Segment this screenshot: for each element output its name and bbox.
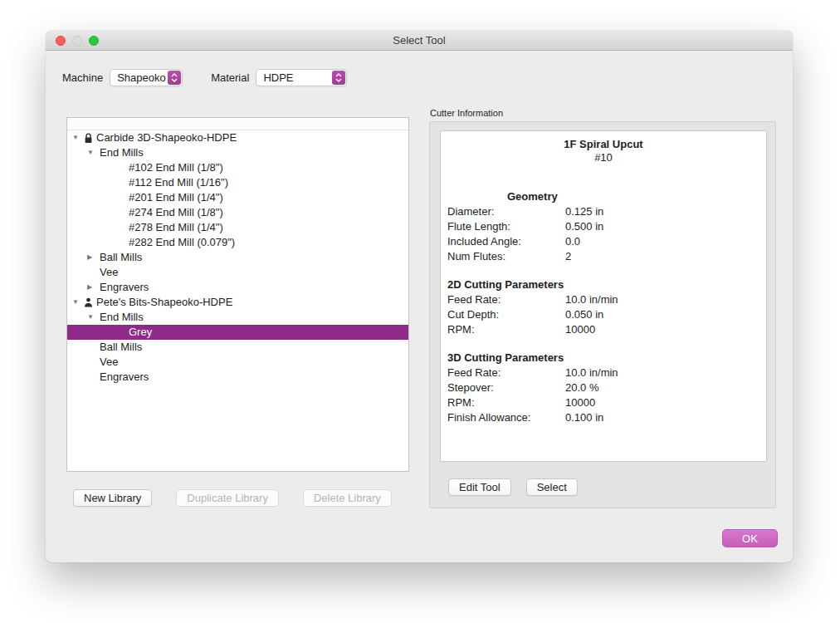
machine-label: Machine [62,71,103,84]
machine-material-row: Machine Shapeoko Material HDPE [62,69,375,86]
param-label: Feed Rate: [447,292,565,307]
library-buttons-row: New LibraryDuplicate LibraryDelete Libra… [73,489,392,507]
param-value: 2 [565,249,571,264]
material-dropdown[interactable]: HDPE [256,69,347,86]
tree-item-label: Ball Mills [99,250,142,265]
tree-item-278-end-mill-1-4[interactable]: #278 End Mill (1/4") [67,220,408,235]
tree-item-engravers[interactable]: ▶Engravers [67,280,408,295]
tree-item-label: End Mills [99,310,144,325]
tree-item-pete-s-bits-shapeoko-hdpe[interactable]: ▼Pete's Bits-Shapeoko-HDPE [67,295,408,310]
param-row-feed-rate: Feed Rate:10.0 in/min [447,365,759,380]
param-label: Num Flutes: [447,249,565,264]
tree-item-label: Engravers [99,280,149,295]
tree-item-label: Carbide 3D-Shapeoko-HDPE [95,130,237,145]
tree-header [67,118,408,130]
tree-item-label: Grey [128,325,152,340]
section-heading-geometry: Geometry [507,189,759,204]
new-library-button[interactable]: New Library [73,489,152,507]
param-label: RPM: [447,395,565,410]
tool-number: #10 [447,151,759,164]
tree-item-label: Pete's Bits-Shapeoko-HDPE [95,295,232,310]
param-label: Flute Length: [447,219,565,234]
delete-library-button: Delete Library [303,489,392,507]
param-label: Included Angle: [447,234,565,249]
cutter-detail-box: 1F Spiral Upcut #10 GeometryDiameter:0.1… [440,130,767,462]
tree-item-102-end-mill-1-8[interactable]: #102 End Mill (1/8") [67,160,408,175]
param-value: 0.100 in [565,410,603,425]
disclosure-open-icon[interactable]: ▼ [72,295,84,310]
param-label: RPM: [447,322,565,337]
tree-item-vee[interactable]: Vee [67,265,408,280]
param-value: 20.0 % [565,380,598,395]
cutter-information-panel: 1F Spiral Upcut #10 GeometryDiameter:0.1… [429,121,776,508]
param-row-flute-length: Flute Length:0.500 in [447,219,759,234]
param-value: 10.0 in/min [565,292,618,307]
tree-item-label: #112 End Mill (1/16") [128,175,228,190]
tree-item-112-end-mill-1-16[interactable]: #112 End Mill (1/16") [67,175,408,190]
tree-item-engravers[interactable]: Engravers [67,370,408,385]
tree-item-label: #278 End Mill (1/4") [128,220,223,235]
section-heading-2d-cutting-parameters: 2D Cutting Parameters [447,277,759,292]
chevron-up-down-icon [168,71,181,85]
select-button[interactable]: Select [526,478,578,496]
tree-item-end-mills[interactable]: ▼End Mills [67,145,408,160]
disclosure-open-icon[interactable]: ▼ [87,145,99,160]
tree-item-carbide-3d-shapeoko-hdpe[interactable]: ▼Carbide 3D-Shapeoko-HDPE [67,130,408,145]
chevron-up-down-icon [332,71,345,85]
param-row-num-flutes: Num Flutes:2 [447,249,759,264]
param-label: Stepover: [447,380,565,395]
param-row-finish-allowance: Finish Allowance:0.100 in [447,410,759,425]
disclosure-open-icon[interactable]: ▼ [72,130,84,145]
disclosure-closed-icon[interactable]: ▶ [87,250,99,265]
title-bar[interactable]: Select Tool [46,31,793,51]
param-value: 0.125 in [565,204,603,219]
param-label: Cut Depth: [447,307,565,322]
tree-item-ball-mills[interactable]: ▶Ball Mills [67,250,408,265]
machine-dropdown-value: Shapeoko [117,71,166,84]
lock-icon [84,133,95,144]
tree-item-label: #282 End Mill (0.079") [128,235,235,250]
duplicate-library-button: Duplicate Library [176,489,279,507]
person-icon [84,297,95,307]
cutter-information-label: Cutter Information [430,108,503,118]
param-row-rpm: RPM:10000 [447,395,759,410]
param-label: Finish Allowance: [447,410,565,425]
window-title: Select Tool [46,31,793,51]
tree-item-274-end-mill-1-8[interactable]: #274 End Mill (1/8") [67,205,408,220]
material-dropdown-value: HDPE [263,71,293,84]
select-tool-dialog: Select Tool Machine Shapeoko Material HD… [46,31,793,562]
tree-item-201-end-mill-1-4[interactable]: #201 End Mill (1/4") [67,190,408,205]
param-row-cut-depth: Cut Depth:0.050 in [447,307,759,322]
tree-item-grey[interactable]: Grey [67,325,408,340]
param-value: 0.500 in [565,219,603,234]
tool-name: 1F Spiral Upcut [447,138,759,151]
tree-item-ball-mills[interactable]: Ball Mills [67,340,408,355]
tree-item-label: #102 End Mill (1/8") [128,160,223,175]
param-row-feed-rate: Feed Rate:10.0 in/min [447,292,759,307]
edit-tool-button[interactable]: Edit Tool [448,478,511,496]
tree-item-label: End Mills [99,145,144,160]
param-value: 10.0 in/min [565,365,618,380]
machine-dropdown[interactable]: Shapeoko [110,69,183,86]
ok-button[interactable]: OK [722,529,778,547]
tree-item-end-mills[interactable]: ▼End Mills [67,310,408,325]
param-value: 10000 [565,322,595,337]
param-value: 0.0 [565,234,580,249]
tree-item-label: Engravers [99,370,149,385]
param-row-diameter: Diameter:0.125 in [447,204,759,219]
tree-item-282-end-mill-0-079[interactable]: #282 End Mill (0.079") [67,235,408,250]
tree-item-label: Vee [99,265,118,280]
param-row-stepover: Stepover:20.0 % [447,380,759,395]
param-label: Feed Rate: [447,365,565,380]
cutter-actions-row: Edit Tool Select [448,478,578,496]
disclosure-open-icon[interactable]: ▼ [87,310,99,325]
tool-library-tree[interactable]: ▼Carbide 3D-Shapeoko-HDPE▼End Mills#102 … [66,117,409,472]
disclosure-closed-icon[interactable]: ▶ [87,280,99,295]
tree-item-label: #201 End Mill (1/4") [128,190,223,205]
tree-item-label: Ball Mills [99,340,142,355]
tree-item-label: Vee [99,355,118,370]
param-value: 0.050 in [565,307,603,322]
tree-item-vee[interactable]: Vee [67,355,408,370]
param-row-included-angle: Included Angle:0.0 [447,234,759,249]
param-label: Diameter: [447,204,565,219]
